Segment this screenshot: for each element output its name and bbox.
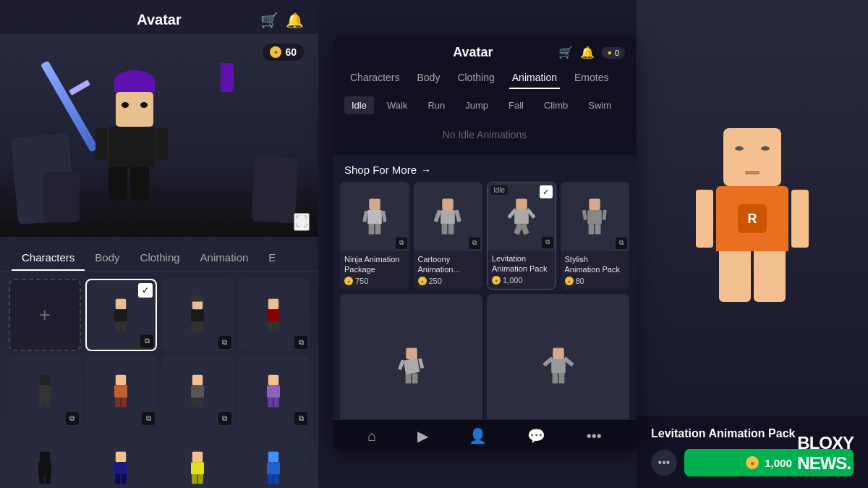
nav-chat-icon[interactable]: 💬 [527,427,545,445]
more-options-button[interactable]: ••• [651,450,677,476]
right-leg-right [754,251,786,302]
copy-badge-7: ⧉ [294,412,307,425]
mid-title: Avatar [388,45,558,60]
copy-levitation: ⧉ [542,237,553,248]
char-figure-7 [267,375,280,407]
shop-item-stylish-name: Stylish Animation Pack [565,254,626,275]
coin-amount: 60 [285,46,297,58]
copy-ninja: ⧉ [396,237,407,249]
character-item-5[interactable]: ⧉ [85,356,158,428]
nav-avatar-icon[interactable]: 👤 [469,427,487,445]
character-item-8[interactable]: ⧉ [9,432,81,488]
shop-item-ninja-img: ⧉ [340,182,409,251]
bell-button[interactable]: 🔔 [286,12,304,29]
character-item-9[interactable]: ⧉ [85,432,158,488]
selected-check: ✓ [138,283,153,298]
cartoony-price-val: 250 [429,277,442,285]
levitation-coin-icon: ● [492,276,501,285]
ninja-coin-icon: ● [344,277,353,285]
sub-tab-walk[interactable]: Walk [380,96,414,114]
levitation-idle-label: Idle [490,185,508,195]
mid-sub-tabs: Idle Walk Run Jump Fall Climb Swim [333,89,637,114]
tab-clothing[interactable]: Clothing [130,245,190,271]
expand-button[interactable]: ⛶ [294,213,310,231]
shop-item-levitation-price: ● 1,000 [492,276,551,285]
mid-tab-characters[interactable]: Characters [347,67,402,89]
character-item-6[interactable]: ⧉ [161,356,234,428]
shop-item-stylish[interactable]: ⧉ Stylish Animation Pack ● 80 [561,182,630,290]
ninja-price-val: 750 [355,277,368,285]
avatar-character [109,70,155,201]
add-character-button[interactable]: + [9,279,81,351]
char-figure-11 [267,452,280,484]
character-item-10[interactable]: ⧉ [161,432,234,488]
shop-item-cartoony-img: ⧉ [414,182,483,251]
sub-tab-fall[interactable]: Fall [501,96,531,114]
watermark-bloxy: BLOXY [797,433,854,453]
char-figure-6 [191,375,204,407]
tab-body[interactable]: Body [85,245,129,271]
mid-header-top: Avatar 🛒 🔔 ● 0 [344,45,625,60]
cart-button[interactable]: 🛒 [260,12,278,29]
copy-cartoony: ⧉ [469,237,480,249]
copy-badge-6: ⧉ [218,412,231,425]
mid-tab-clothing[interactable]: Clothing [454,67,497,89]
no-animations-text: No Idle Animations [333,114,637,155]
sub-tab-run[interactable]: Run [420,96,452,114]
right-arm-left [696,190,713,248]
char-figure-2 [191,299,204,331]
shop-item-stylish-price: ● 80 [565,277,626,285]
shop-item-cartoony-price: ● 250 [418,277,479,285]
shop-item-ninja[interactable]: ⧉ Ninja Animation Package ● 750 [340,182,409,290]
tab-characters[interactable]: Characters [12,245,85,271]
buy-coin-icon: ● [746,456,759,469]
left-tabs: Characters Body Clothing Animation E [0,237,318,272]
shop-title: Shop For More [344,164,417,176]
mid-cart-button[interactable]: 🛒 [558,46,573,59]
character-item-7[interactable]: ⧉ [238,356,310,428]
right-panel: R Levitation Animation Pack ••• ● 1,000 [637,0,868,488]
shop-item-ninja-info: Ninja Animation Package ● 750 [340,251,409,290]
shop-item-levitation[interactable]: Idle ✓ ⧉ Levitation Animation Pack [487,182,556,290]
shop-header: Shop For More → [333,155,637,182]
mid-tab-emotes[interactable]: Emotes [571,67,611,89]
character-item-3[interactable]: ⧉ [238,279,310,351]
mid-bell-button[interactable]: 🔔 [580,46,595,59]
right-char-head [723,128,781,186]
sub-tab-idle[interactable]: Idle [344,96,374,114]
mid-header-icons: 🛒 🔔 ● 0 [558,46,625,59]
nav-more-icon[interactable]: ••• [587,428,602,445]
watermark-news: NEWS. [797,453,851,473]
shop-item-cartoony-name: Cartoony Animation... [418,254,479,275]
nav-play-icon[interactable]: ▶ [417,427,428,445]
sub-tab-climb[interactable]: Climb [537,96,575,114]
sub-tab-jump[interactable]: Jump [458,96,495,114]
mid-panel: Avatar 🛒 🔔 ● 0 Characters Body Clothing … [333,36,637,452]
char-figure-5 [114,375,127,407]
sub-tab-swim[interactable]: Swim [581,96,618,114]
nav-home-icon[interactable]: ⌂ [367,428,376,445]
char-figure-3 [267,299,280,331]
character-item-11[interactable]: ⧉ [238,432,310,488]
shop-item-cartoony[interactable]: ⧉ Cartoony Animation... ● 250 [414,182,483,290]
shop-item-stylish-img: ⧉ [561,182,630,251]
levitation-price-val: 1,000 [503,276,523,285]
tab-animation[interactable]: Animation [190,245,259,271]
mid-tab-animation[interactable]: Animation [509,67,560,89]
plus-icon: + [39,303,51,327]
tab-more[interactable]: E [258,245,286,271]
avatar-scene: ⛶ [0,34,318,237]
mid-coin-badge: ● 0 [602,47,625,59]
coin-badge: ● 60 [263,43,304,61]
copy-badge-3: ⧉ [294,336,307,349]
character-item-2[interactable]: ⧉ [161,279,234,351]
character-item-4[interactable]: ⧉ [9,356,81,428]
mid-tab-body[interactable]: Body [414,67,443,89]
right-character: R [716,128,788,302]
character-item-1[interactable]: ✓ ⧉ [85,279,158,351]
shop-item-ninja-name: Ninja Animation Package [344,254,405,275]
mid-coin-zero: 0 [615,49,619,57]
shop-item-ninja-price: ● 750 [344,277,405,285]
copy-stylish: ⧉ [616,237,627,249]
char-figure-9 [114,452,127,484]
